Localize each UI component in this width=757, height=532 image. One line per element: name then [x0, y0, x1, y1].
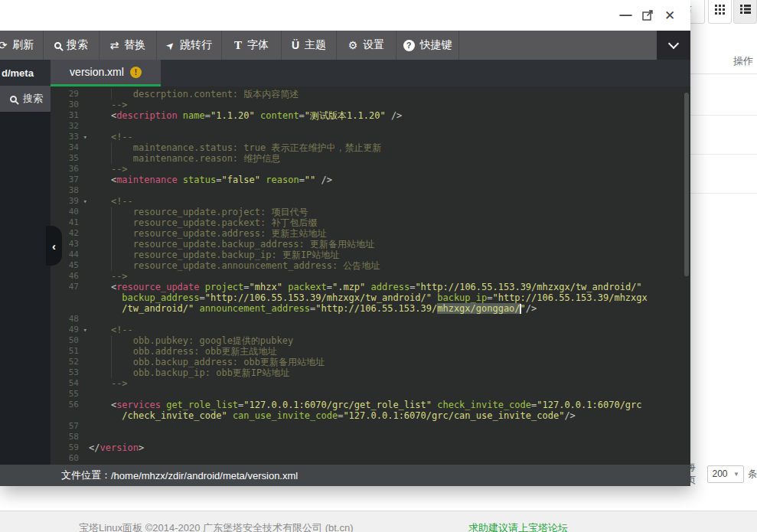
shortcuts-icon: ?	[403, 40, 415, 51]
per-page-value: 200	[712, 468, 727, 479]
tab-version-xml[interactable]: version.xml !	[51, 60, 161, 86]
code-line[interactable]: 46 -->	[51, 271, 690, 282]
code-line-text: -->	[89, 164, 128, 175]
line-number: 31	[51, 110, 89, 121]
code-line[interactable]: 36 -->	[51, 164, 690, 175]
code-line[interactable]: 31 <description name="1.1.20" content="测…	[51, 110, 690, 121]
code-line[interactable]: 37 <maintenance status="false" reason=""…	[51, 175, 690, 185]
table-rows	[690, 74, 757, 194]
code-line-text: obb.backup_ip: obb更新IP站地址	[89, 367, 289, 378]
toolbar-button-shortcuts[interactable]: ?快捷键	[396, 31, 459, 60]
toolbar-button-label: 刷新	[12, 38, 34, 52]
line-number: 40	[51, 207, 89, 217]
code-line[interactable]: backup_address="http://106.55.153.39/mhz…	[51, 292, 690, 303]
code-line[interactable]: 29 descrption.content: 版本内容简述	[51, 89, 690, 100]
action-column-label: 操作	[733, 54, 753, 68]
code-line[interactable]: 43 resource_update.backup_address: 更新备用站…	[51, 239, 690, 250]
search-icon	[10, 96, 17, 103]
fold-arrow-icon[interactable]: ▾	[83, 132, 87, 142]
code-line-text: <!--	[89, 325, 133, 335]
table-row	[690, 155, 757, 194]
code-line[interactable]: 54 -->	[51, 378, 690, 389]
grid-view-button[interactable]	[708, 0, 732, 24]
toolbar-buttons: ⟳刷新搜索⇄替换➤跳转行T字体Ü主题⚙设置?快捷键	[0, 31, 459, 60]
code-line[interactable]: 33▾ <!--	[51, 132, 690, 142]
code-line-text: -->	[89, 100, 128, 110]
code-line[interactable]: 49▾ <!--	[51, 325, 690, 335]
code-line[interactable]: 41 resource_update.packext: 补丁包后缀	[51, 217, 690, 228]
sidebar-search-button[interactable]: 搜索	[0, 86, 51, 112]
close-button[interactable]: ✕	[663, 8, 677, 24]
code-line-text: /tw_android/" announcement_address="http…	[89, 303, 537, 314]
grid-icon	[715, 5, 725, 15]
list-view-button[interactable]	[733, 0, 757, 24]
code-line[interactable]: 47 <resource_update project="mhzx" packe…	[51, 282, 690, 292]
code-line[interactable]: 58	[51, 432, 690, 442]
close-icon: ✕	[664, 8, 675, 24]
line-number: 58	[51, 432, 89, 442]
maximize-button[interactable]	[641, 8, 654, 22]
code-line-text: -->	[89, 378, 128, 389]
sidebar-collapse-handle[interactable]: ‹	[46, 226, 62, 266]
code-line[interactable]: 51 obb.address: obb更新主战地址	[51, 346, 690, 357]
toolbar-button-refresh[interactable]: ⟳刷新	[0, 31, 44, 60]
toolbar-button-search[interactable]: 搜索	[44, 31, 100, 60]
fold-arrow-icon[interactable]: ▾	[83, 325, 87, 335]
editor-modal: — ✕ ⟳刷新搜索⇄替换➤跳转行T字体Ü主题⚙设置?快捷键 d/meta	[0, 0, 690, 486]
minimize-button[interactable]: —	[619, 8, 632, 22]
editor-scrollbar[interactable]	[684, 93, 689, 276]
code-line[interactable]: 35 maintenance.reason: 维护信息	[51, 153, 690, 164]
file-location-path: /home/mhzx/zdir/android/meta/version.xml	[111, 470, 298, 481]
search-icon	[54, 42, 61, 49]
editor-toolbar: ⟳刷新搜索⇄替换➤跳转行T字体Ü主题⚙设置?快捷键	[0, 31, 690, 60]
code-line[interactable]: 40 resource_update.project: 项目代号	[51, 207, 690, 217]
toolbar-button-replace[interactable]: ⇄替换	[100, 31, 157, 60]
line-number	[51, 292, 89, 303]
code-line[interactable]: /tw_android/" announcement_address="http…	[51, 303, 690, 314]
code-line[interactable]: 30 -->	[51, 100, 690, 110]
code-line[interactable]: 56 <services get_role_list="127.0.0.1:60…	[51, 400, 690, 410]
code-line[interactable]: 42 resource_update.address: 更新主站地址	[51, 228, 690, 239]
toolbar-collapse-button[interactable]	[657, 31, 690, 60]
minimize-icon: —	[620, 8, 632, 22]
code-line[interactable]: 59</version>	[51, 442, 690, 453]
per-page-select[interactable]: 200 ▼	[707, 465, 744, 483]
code-line[interactable]: 38	[51, 185, 690, 196]
code-line[interactable]: 50 obb.pubkey: google提供的pubkey	[51, 335, 690, 346]
line-number: 47	[51, 282, 89, 292]
fold-arrow-icon[interactable]: ▾	[83, 196, 87, 207]
code-line[interactable]: 55	[51, 389, 690, 400]
toolbar-button-theme[interactable]: Ü主题	[282, 31, 337, 60]
code-line-text: <description name="1.1.20" content="测试版本…	[89, 110, 402, 121]
code-line[interactable]: 45 resource_update.announcement_address:…	[51, 260, 690, 271]
code-editor[interactable]: 29 descrption.content: 版本内容简述30 -->31 <d…	[51, 86, 690, 465]
code-line[interactable]: 32	[51, 121, 690, 132]
code-line[interactable]: 60	[51, 453, 690, 464]
code-line[interactable]: 48	[51, 314, 690, 325]
line-number: 36	[51, 164, 89, 175]
line-number: 50	[51, 335, 89, 346]
line-number: 54	[51, 378, 89, 389]
toolbar-button-settings[interactable]: ⚙设置	[337, 31, 396, 60]
code-line[interactable]: 57	[51, 421, 690, 432]
code-line[interactable]: 53 obb.backup_ip: obb更新IP站地址	[51, 367, 690, 378]
chevron-down-icon	[668, 38, 679, 48]
line-number: 46	[51, 271, 89, 282]
code-line[interactable]: 39▾ <!--	[51, 196, 690, 207]
goto-line-icon: ➤	[164, 39, 177, 52]
code-line[interactable]: /check_invite_code" can_use_invite_code=…	[51, 410, 690, 421]
table-action-column-header: 操作	[690, 31, 757, 74]
code-line[interactable]: 52 obb.backup_address: obb更新备用站地址	[51, 357, 690, 367]
code-line-text: descrption.content: 版本内容简述	[89, 89, 299, 100]
toolbar-button-label: 替换	[124, 38, 145, 52]
toolbar-button-goto-line[interactable]: ➤跳转行	[157, 31, 222, 60]
footer-forum-link[interactable]: 求助建议请上宝塔论坛	[468, 521, 568, 532]
code-line[interactable]: 34 maintenance.status: true 表示正在维护中，禁止更新	[51, 142, 690, 153]
table-row	[690, 116, 757, 155]
status-bar: 文件位置： /home/mhzx/zdir/android/meta/versi…	[0, 465, 690, 486]
select-arrow-icon: ▼	[733, 471, 739, 478]
maximize-icon	[641, 8, 654, 22]
file-sidebar: d/meta 搜索	[0, 60, 51, 465]
toolbar-button-font[interactable]: T字体	[222, 31, 282, 60]
code-line[interactable]: 44 resource_update.backup_ip: 更新IP站地址	[51, 250, 690, 260]
